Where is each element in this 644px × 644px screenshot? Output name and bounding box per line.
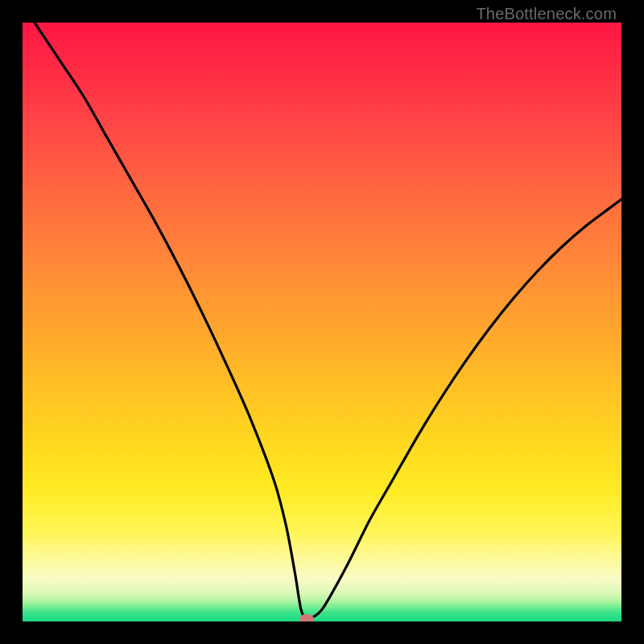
watermark-text: TheBottleneck.com	[476, 5, 617, 23]
curve-layer	[23, 23, 621, 621]
optimum-marker	[299, 614, 314, 621]
bottleneck-curve	[35, 23, 621, 618]
plot-area	[23, 23, 621, 621]
chart-frame: TheBottleneck.com	[0, 0, 644, 644]
